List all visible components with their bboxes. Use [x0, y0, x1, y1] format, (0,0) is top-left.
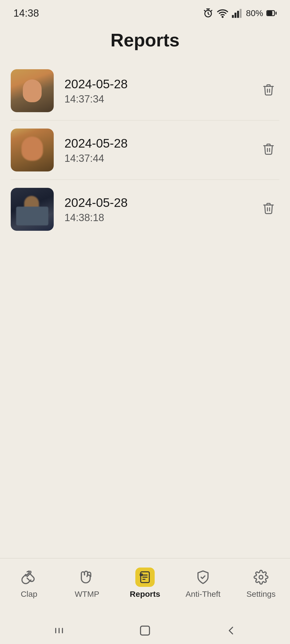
report-info-2: 2024-05-28 14:37:44 — [64, 136, 247, 164]
svg-rect-3 — [234, 13, 236, 18]
trash-icon-2 — [262, 142, 275, 158]
trash-icon-1 — [262, 83, 275, 98]
status-bar: 14:38 80% — [0, 0, 290, 21]
svg-point-1 — [222, 16, 223, 17]
nav-item-anti-theft[interactable]: Anti-Theft — [174, 565, 232, 601]
settings-icon — [251, 568, 271, 587]
report-date-3: 2024-05-28 — [64, 195, 247, 210]
battery-icon — [266, 8, 277, 18]
system-navigation-bar — [0, 617, 290, 644]
alarm-icon — [202, 8, 214, 19]
nav-item-wtmp[interactable]: WTMP — [58, 565, 116, 601]
nav-item-reports[interactable]: Reports — [116, 565, 174, 601]
nav-label-reports: Reports — [130, 590, 160, 599]
battery-percentage: 80% — [246, 8, 263, 18]
delete-button-3[interactable] — [258, 199, 279, 220]
report-time-3: 14:38:18 — [64, 212, 247, 224]
wtmp-icon — [77, 568, 97, 587]
report-date-2: 2024-05-28 — [64, 136, 247, 151]
nav-label-wtmp: WTMP — [75, 590, 99, 599]
clap-icon — [19, 568, 39, 587]
anti-theft-icon — [193, 568, 213, 587]
nav-label-clap: Clap — [21, 590, 37, 599]
svg-point-19 — [259, 575, 263, 579]
svg-rect-2 — [232, 15, 234, 18]
trash-icon-3 — [262, 202, 275, 217]
page-title: Reports — [0, 21, 290, 61]
report-time-1: 14:37:34 — [64, 93, 247, 105]
delete-button-2[interactable] — [258, 139, 279, 161]
report-time-2: 14:37:44 — [64, 153, 247, 164]
reports-icon — [135, 568, 155, 587]
report-info-1: 2024-05-28 14:37:34 — [64, 77, 247, 105]
report-list: 2024-05-28 14:37:34 2024-05-28 14:37:44 — [0, 61, 290, 558]
sys-nav-home[interactable] — [134, 620, 156, 641]
report-info-3: 2024-05-28 14:38:18 — [64, 195, 247, 224]
nav-item-clap[interactable]: Clap — [0, 565, 58, 601]
sys-nav-back[interactable] — [220, 620, 242, 641]
report-item[interactable]: 2024-05-28 14:38:18 — [11, 180, 279, 239]
nav-item-settings[interactable]: Settings — [232, 565, 290, 601]
report-item[interactable]: 2024-05-28 14:37:44 — [11, 120, 279, 180]
report-item[interactable]: 2024-05-28 14:37:34 — [11, 61, 279, 120]
report-thumbnail-2 — [11, 129, 54, 171]
svg-rect-5 — [240, 9, 242, 18]
status-icons: 80% — [202, 8, 277, 19]
wifi-icon — [217, 8, 228, 19]
sys-nav-recent[interactable] — [48, 620, 70, 641]
signal-icon — [231, 8, 243, 19]
status-time: 14:38 — [13, 8, 39, 19]
svg-rect-18 — [140, 574, 142, 576]
nav-label-anti-theft: Anti-Theft — [186, 590, 220, 599]
report-thumbnail-1 — [11, 69, 54, 112]
svg-rect-4 — [237, 11, 239, 18]
report-thumbnail-3 — [11, 188, 54, 231]
bottom-navigation: Clap WTMP Reports — [0, 558, 290, 617]
delete-button-1[interactable] — [258, 80, 279, 101]
svg-rect-23 — [140, 626, 149, 635]
nav-label-settings: Settings — [247, 590, 276, 599]
report-date-1: 2024-05-28 — [64, 77, 247, 91]
svg-rect-7 — [268, 12, 272, 15]
